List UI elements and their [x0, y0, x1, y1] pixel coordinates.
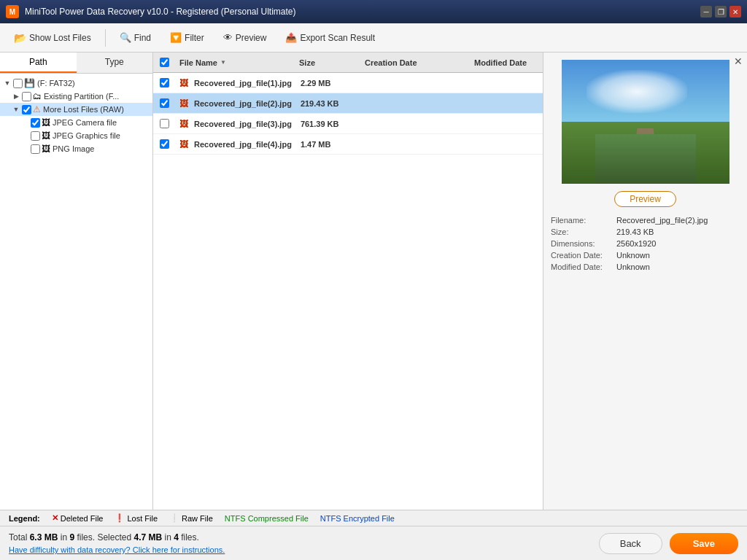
left-panel: Path Type ▼ 💾 (F: FAT32) ▶ 🗂 Existing: [0, 52, 153, 510]
file-tree: ▼ 💾 (F: FAT32) ▶ 🗂 Existing Partition (F…: [0, 74, 152, 510]
row1-size: 2.29 MB: [296, 79, 362, 88]
filename-value: Recovered_jpg_file(2).jpg: [616, 216, 708, 225]
tree-item-jpeg-graphics[interactable]: 🖼 JPEG Graphics file: [0, 129, 152, 142]
tree-label-existing: Existing Partition (F...: [44, 92, 119, 101]
legend-deleted: ✕ Deleted File: [52, 513, 104, 523]
row4-checkbox[interactable]: [160, 139, 169, 149]
creation-date-value: Unknown: [616, 251, 650, 260]
right-panel: ✕ Preview Filename: Recovered_jpg_file(2…: [543, 52, 747, 510]
header-size[interactable]: Size: [295, 58, 360, 67]
file-list: 🖼 Recovered_jpg_file(1).jpg 2.29 MB 🖼 Re…: [153, 73, 543, 510]
row2-check: [153, 98, 175, 108]
tree-toggle-existing[interactable]: ▶: [12, 92, 20, 101]
jpeg-graphics-icon: 🖼: [42, 131, 50, 141]
help-link[interactable]: Have difficulty with data recovery? Clic…: [9, 545, 225, 554]
cloud-layer: [587, 70, 687, 114]
close-preview-button[interactable]: ✕: [732, 55, 744, 67]
deleted-label: Deleted File: [61, 514, 104, 523]
restore-button[interactable]: ❐: [715, 6, 727, 18]
header-filename[interactable]: File Name ▼: [175, 58, 295, 67]
legend-ntfs-compressed: NTFS Compressed File: [225, 514, 309, 523]
modified-date-row: Modified Date: Unknown: [551, 262, 740, 271]
export-label: Export Scan Result: [300, 33, 375, 43]
ntfs-compressed-label: NTFS Compressed File: [225, 514, 309, 523]
ntfs-encrypted-label: NTFS Encrypted File: [320, 514, 395, 523]
row1-checkbox[interactable]: [160, 78, 169, 88]
tree-label-png: PNG Image: [53, 144, 94, 153]
select-all-checkbox[interactable]: [160, 58, 169, 67]
legend-lost: ❗ Lost File: [115, 513, 158, 523]
raw-icon: ⚠: [33, 104, 41, 114]
table-row[interactable]: 🖼 Recovered_jpg_file(4).jpg 1.47 MB: [153, 134, 543, 155]
deleted-icon: ✕: [52, 513, 58, 523]
toolbar: 📂 Show Lost Files 🔍 Find 🔽 Filter 👁 Prev…: [0, 23, 747, 52]
tree-item-jpeg-camera[interactable]: 🖼 JPEG Camera file: [0, 116, 152, 129]
row3-checkbox[interactable]: [160, 119, 169, 128]
size-value: 219.43 KB: [616, 228, 654, 236]
tab-type[interactable]: Type: [77, 52, 153, 73]
total-size: 6.3 MB: [30, 532, 58, 542]
tree-item-drive[interactable]: ▼ 💾 (F: FAT32): [0, 77, 152, 90]
back-button[interactable]: Back: [599, 533, 662, 554]
dimensions-row: Dimensions: 2560x1920: [551, 239, 740, 248]
tree-checkbox-existing[interactable]: [22, 92, 31, 101]
tree-checkbox-lost[interactable]: [22, 105, 31, 114]
table-row[interactable]: 🖼 Recovered_jpg_file(2).jpg 219.43 KB: [153, 93, 543, 114]
preview-image-container: [562, 60, 729, 184]
table-row[interactable]: 🖼 Recovered_jpg_file(1).jpg 2.29 MB: [153, 73, 543, 93]
tree-checkbox-png[interactable]: [31, 144, 40, 154]
raw-label: Raw File: [182, 514, 213, 523]
tree-toggle-lost[interactable]: ▼: [12, 105, 20, 114]
tab-path[interactable]: Path: [0, 52, 77, 73]
filename-row: Filename: Recovered_jpg_file(2).jpg: [551, 216, 740, 225]
filter-label: Filter: [185, 33, 204, 43]
file-icon-row3: 🖼: [179, 119, 188, 129]
tree-label-jpeg-graphics: JPEG Graphics file: [53, 131, 120, 140]
toolbar-separator-1: [105, 29, 106, 47]
find-icon: 🔍: [120, 32, 131, 43]
row1-check: [153, 78, 175, 88]
preview-toolbar-button[interactable]: 👁 Preview: [215, 28, 275, 47]
preview-icon: 👁: [223, 32, 233, 43]
selected-files: 4: [174, 532, 179, 542]
find-label: Find: [134, 33, 151, 43]
file-icon-row1: 🖼: [179, 78, 188, 88]
header-created[interactable]: Creation Date: [360, 58, 470, 67]
tree-toggle-png: [20, 144, 29, 153]
app-icon: M: [6, 5, 19, 18]
minimize-button[interactable]: ─: [700, 6, 712, 18]
show-lost-files-button[interactable]: 📂 Show Lost Files: [6, 28, 99, 47]
status-info: Total 6.3 MB in 9 files. Selected 4.7 MB…: [9, 532, 225, 554]
find-button[interactable]: 🔍 Find: [112, 28, 159, 47]
row2-checkbox[interactable]: [160, 98, 169, 108]
tree-checkbox-jpeg-camera[interactable]: [31, 118, 40, 128]
partition-icon: 🗂: [33, 91, 42, 101]
table-row[interactable]: 🖼 Recovered_jpg_file(3).jpg 761.39 KB: [153, 114, 543, 134]
preview-label: Preview: [236, 33, 267, 43]
preview-button[interactable]: Preview: [614, 191, 676, 207]
show-lost-files-icon: 📂: [14, 32, 26, 44]
close-button[interactable]: ✕: [729, 6, 741, 18]
titlebar: M MiniTool Power Data Recovery v10.0 - R…: [0, 0, 747, 23]
selected-size: 4.7 MB: [133, 532, 162, 542]
filter-button[interactable]: 🔽 Filter: [162, 28, 212, 47]
file-panel: File Name ▼ Size Creation Date Modified …: [153, 52, 543, 510]
tree-label-lost: More Lost Files (RAW): [43, 105, 124, 114]
tree-item-existing-partition[interactable]: ▶ 🗂 Existing Partition (F...: [0, 90, 152, 103]
tree-toggle-drive[interactable]: ▼: [3, 79, 12, 88]
row4-check: [153, 139, 175, 149]
tree-item-png[interactable]: 🖼 PNG Image: [0, 142, 152, 155]
legend-bar: Legend: ✕ Deleted File ❗ Lost File ❕ Raw…: [0, 510, 747, 526]
header-check-col: [153, 58, 175, 67]
header-modified[interactable]: Modified Date: [470, 58, 543, 67]
tree-checkbox-drive[interactable]: [13, 79, 23, 88]
preview-image: [562, 60, 729, 184]
export-scan-result-button[interactable]: 📤 Export Scan Result: [277, 28, 383, 47]
row1-name: 🖼 Recovered_jpg_file(1).jpg: [175, 78, 296, 88]
file-icon-row4: 🖼: [179, 139, 188, 149]
save-button[interactable]: Save: [670, 533, 738, 554]
show-lost-files-label: Show Lost Files: [29, 33, 91, 43]
tree-checkbox-jpeg-graphics[interactable]: [31, 131, 40, 141]
tree-item-more-lost[interactable]: ▼ ⚠ More Lost Files (RAW): [0, 103, 152, 116]
drive-icon: 💾: [24, 78, 35, 88]
